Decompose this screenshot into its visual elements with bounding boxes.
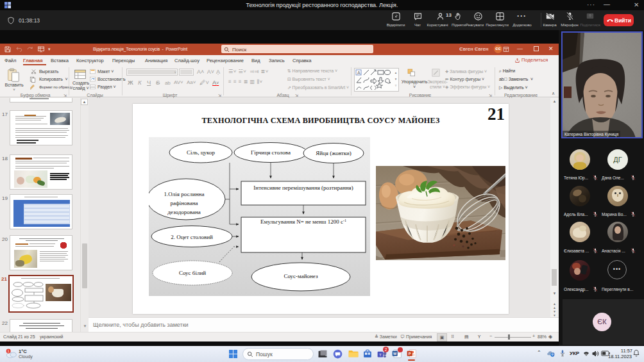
svg-text:1.Олія рослинна: 1.Олія рослинна [164,191,205,197]
svg-text:Соус-майонез: Соус-майонез [284,273,318,279]
svg-text:Емульгування N= не менш 1200 с: Емульгування N= не менш 1200 с-1 [260,218,346,225]
svg-text:Яйця (жовтки): Яйця (жовтки) [316,150,352,156]
svg-text:P: P [409,352,411,356]
svg-text:T: T [379,352,382,357]
svg-text:рафінована: рафінована [170,200,198,206]
svg-text:Гірчиця столова: Гірчиця столова [251,149,291,156]
svg-text:2. Оцет столовий: 2. Оцет столовий [171,234,213,240]
svg-text:дезодорована: дезодорована [167,209,200,215]
svg-text:⚙: ⚙ [551,354,554,357]
svg-text:A: A [357,70,360,75]
svg-text:Соус білий: Соус білий [179,270,206,276]
svg-text:W: W [393,352,397,356]
svg-text:1: 1 [8,349,10,353]
svg-text:Інтенсивне перемішування (розт: Інтенсивне перемішування (розтирання) [253,185,353,191]
svg-text:Сіль, цукор: Сіль, цукор [187,149,215,156]
